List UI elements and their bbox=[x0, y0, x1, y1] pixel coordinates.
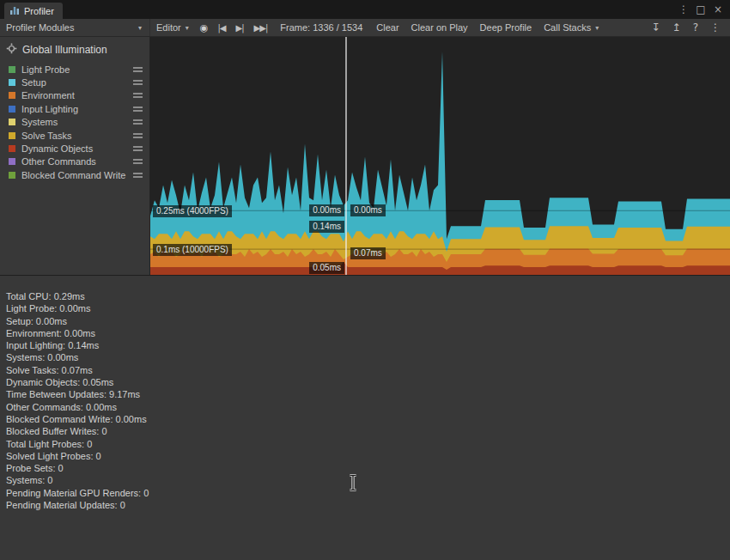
stat-line: Pending Material GPU Renders: 0 bbox=[6, 487, 723, 499]
stat-line: Blocked Buffer Writes: 0 bbox=[6, 425, 723, 437]
kebab-menu-icon[interactable]: ⋮ bbox=[704, 21, 727, 33]
frame-details-panel: Total CPU: 0.29msLight Probe: 0.00msSetu… bbox=[0, 276, 730, 559]
gridline-label: 0.25ms (4000FPS) bbox=[153, 205, 232, 217]
clear-label: Clear bbox=[376, 22, 398, 33]
legend-item-label: Light Probe bbox=[21, 64, 127, 75]
legend-items: Light ProbeSetupEnvironmentInput Lightin… bbox=[0, 63, 149, 182]
selected-frame-value-label: 0.07ms bbox=[350, 247, 386, 259]
legend-item-light-probe[interactable]: Light Probe bbox=[0, 63, 149, 76]
window-menu-icon[interactable]: ⋮ bbox=[676, 2, 691, 17]
clear-button[interactable]: Clear bbox=[370, 19, 405, 36]
drag-handle-icon[interactable] bbox=[133, 107, 143, 112]
legend-item-label: Blocked Command Write bbox=[21, 170, 127, 180]
stat-line: Solve Tasks: 0.07ms bbox=[6, 364, 723, 376]
legend-item-label: Environment bbox=[21, 90, 127, 100]
drag-handle-icon[interactable] bbox=[133, 93, 143, 98]
load-profile-icon[interactable]: ↧ bbox=[646, 21, 666, 33]
stat-line: Time Between Updates: 9.17ms bbox=[6, 388, 723, 400]
stat-line: Systems: 0 bbox=[6, 474, 723, 486]
clear-on-play-label: Clear on Play bbox=[411, 22, 468, 33]
legend-color-swatch bbox=[9, 119, 15, 125]
drag-handle-icon[interactable] bbox=[133, 67, 143, 72]
profiler-tab[interactable]: Profiler bbox=[4, 3, 63, 19]
chart-row: Global Illumination Light ProbeSetupEnvi… bbox=[0, 37, 730, 276]
legend-item-label: Systems bbox=[21, 117, 127, 127]
chevron-down-icon: ▾ bbox=[186, 24, 189, 32]
selected-frame-value-label: 0.14ms bbox=[309, 221, 344, 233]
legend-item-solve-tasks[interactable]: Solve Tasks bbox=[0, 129, 149, 142]
toolbar-right-group: ↧ ↥ ? ⋮ bbox=[646, 21, 730, 33]
call-stacks-dropdown[interactable]: Call Stacks ▾ bbox=[538, 19, 605, 36]
call-stacks-label: Call Stacks bbox=[544, 22, 591, 33]
legend-item-input-lighting[interactable]: Input Lighting bbox=[0, 102, 149, 115]
legend-item-label: Input Lighting bbox=[21, 104, 127, 114]
stat-line: Probe Sets: 0 bbox=[6, 462, 723, 474]
profiler-window: { "window": { "tab_title": "Profiler", "… bbox=[0, 0, 730, 560]
legend-color-swatch bbox=[9, 92, 15, 99]
legend-item-label: Other Commands bbox=[21, 156, 127, 167]
legend-item-dynamic-objects[interactable]: Dynamic Objects bbox=[0, 142, 149, 155]
module-legend-panel: Global Illumination Light ProbeSetupEnvi… bbox=[0, 37, 150, 275]
stat-lines: Total CPU: 0.29msLight Probe: 0.00msSetu… bbox=[6, 290, 723, 511]
legend-color-swatch bbox=[9, 106, 15, 113]
stat-line: Dynamic Objects: 0.05ms bbox=[6, 376, 723, 388]
stat-line: Other Commands: 0.00ms bbox=[6, 401, 723, 413]
legend-color-swatch bbox=[9, 66, 15, 73]
legend-color-swatch bbox=[9, 145, 15, 152]
stat-line: Total Light Probes: 0 bbox=[6, 438, 723, 450]
stat-line: Systems: 0.00ms bbox=[6, 351, 723, 363]
current-frame-button[interactable]: ▶▶| bbox=[249, 19, 273, 36]
stat-line: Input Lighting: 0.14ms bbox=[6, 339, 723, 351]
close-icon[interactable]: × bbox=[710, 2, 726, 17]
legend-item-other-commands[interactable]: Other Commands bbox=[0, 155, 149, 168]
selected-frame-value-label: 0.00ms bbox=[350, 204, 386, 216]
legend-color-swatch bbox=[9, 158, 15, 165]
profiler-icon bbox=[9, 5, 20, 17]
stat-line: Environment: 0.00ms bbox=[6, 327, 723, 339]
legend-item-label: Setup bbox=[21, 77, 127, 88]
help-icon[interactable]: ? bbox=[687, 21, 704, 33]
clear-on-play-toggle[interactable]: Clear on Play bbox=[405, 19, 474, 36]
tab-title: Profiler bbox=[24, 6, 54, 16]
frame-display: Frame: 1336 / 1534 bbox=[272, 22, 370, 33]
drag-handle-icon[interactable] bbox=[133, 119, 143, 125]
save-profile-icon[interactable]: ↥ bbox=[666, 21, 687, 33]
profiler-modules-dropdown[interactable]: Profiler Modules ▾ bbox=[0, 19, 150, 36]
legend-color-swatch bbox=[9, 172, 15, 179]
stat-line: Light Probe: 0.00ms bbox=[6, 302, 723, 314]
legend-item-environment[interactable]: Environment bbox=[0, 89, 149, 102]
chevron-down-icon: ▾ bbox=[595, 24, 599, 32]
legend-item-systems[interactable]: Systems bbox=[0, 116, 149, 129]
selected-frame-value-label: 0.05ms bbox=[309, 262, 344, 274]
stat-line: Pending Material Updates: 0 bbox=[6, 499, 723, 511]
drag-handle-icon[interactable] bbox=[133, 133, 143, 138]
cpu-usage-chart[interactable]: 0.25ms (4000FPS)0.1ms (10000FPS)0.00ms0.… bbox=[150, 37, 730, 275]
selected-frame-value-label: 0.00ms bbox=[309, 204, 344, 216]
legend-color-swatch bbox=[9, 132, 15, 139]
record-button[interactable]: ◉ bbox=[195, 19, 213, 36]
module-title: Global Illumination bbox=[22, 44, 107, 56]
global-illumination-icon bbox=[6, 43, 17, 57]
drag-handle-icon[interactable] bbox=[133, 173, 143, 178]
legend-item-label: Dynamic Objects bbox=[21, 143, 127, 154]
legend-item-blocked-command-write[interactable]: Blocked Command Write bbox=[0, 168, 149, 181]
profiler-toolbar: Profiler Modules ▾ Editor ▾ ◉ |◀ ▶| ▶▶| … bbox=[0, 19, 730, 37]
editor-label: Editor bbox=[156, 22, 181, 33]
maximize-icon[interactable]: □ bbox=[693, 2, 709, 17]
next-frame-button[interactable]: ▶| bbox=[230, 19, 248, 36]
editor-dropdown[interactable]: Editor ▾ bbox=[150, 19, 195, 36]
record-icon: ◉ bbox=[200, 22, 208, 33]
legend-item-setup[interactable]: Setup bbox=[0, 76, 149, 88]
drag-handle-icon[interactable] bbox=[133, 80, 143, 85]
text-cursor bbox=[348, 474, 358, 494]
chart-canvas bbox=[150, 37, 730, 275]
stat-line: Solved Light Probes: 0 bbox=[6, 450, 723, 462]
profiler-modules-label: Profiler Modules bbox=[6, 22, 74, 33]
prev-frame-button[interactable]: |◀ bbox=[212, 19, 230, 36]
module-header[interactable]: Global Illumination bbox=[0, 40, 149, 63]
window-controls: ⋮ □ × bbox=[676, 0, 730, 19]
drag-handle-icon[interactable] bbox=[133, 146, 143, 151]
drag-handle-icon[interactable] bbox=[133, 159, 143, 164]
stat-line: Setup: 0.00ms bbox=[6, 315, 723, 327]
deep-profile-toggle[interactable]: Deep Profile bbox=[474, 19, 538, 36]
